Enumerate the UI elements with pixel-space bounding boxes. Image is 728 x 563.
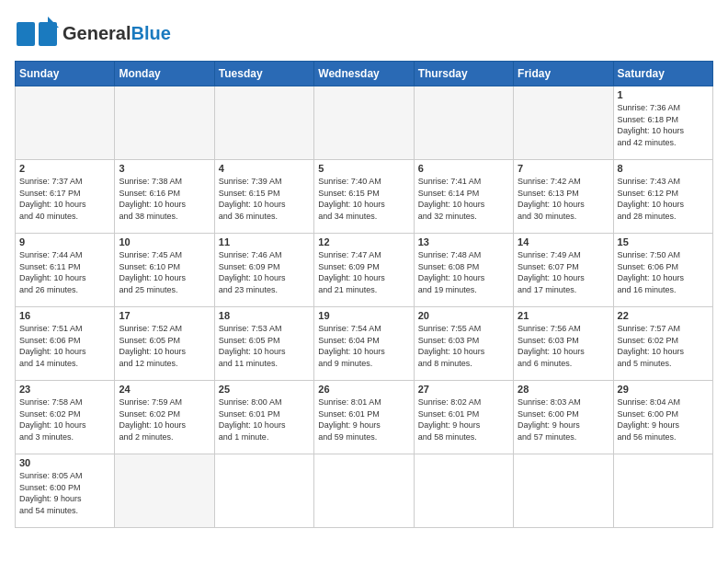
day-info: Sunrise: 7:59 AM Sunset: 6:02 PM Dayligh… (119, 396, 210, 442)
weekday-header-thursday: Thursday (414, 62, 513, 86)
day-number: 18 (219, 310, 310, 321)
day-info: Sunrise: 7:41 AM Sunset: 6:14 PM Dayligh… (418, 176, 509, 222)
calendar-cell: 28Sunrise: 8:03 AM Sunset: 6:00 PM Dayli… (514, 381, 613, 454)
day-info: Sunrise: 7:45 AM Sunset: 6:10 PM Dayligh… (119, 249, 210, 295)
calendar-row: 9Sunrise: 7:44 AM Sunset: 6:11 PM Daylig… (16, 234, 713, 307)
calendar-cell: 22Sunrise: 7:57 AM Sunset: 6:02 PM Dayli… (613, 307, 712, 381)
day-info: Sunrise: 7:44 AM Sunset: 6:11 PM Dayligh… (19, 249, 110, 295)
day-number: 30 (19, 457, 110, 468)
calendar-cell: 23Sunrise: 7:58 AM Sunset: 6:02 PM Dayli… (16, 381, 115, 454)
calendar-cell (214, 86, 313, 160)
day-info: Sunrise: 7:37 AM Sunset: 6:17 PM Dayligh… (19, 176, 110, 222)
day-number: 5 (318, 163, 409, 174)
day-info: Sunrise: 7:38 AM Sunset: 6:16 PM Dayligh… (119, 176, 210, 222)
calendar-cell: 24Sunrise: 7:59 AM Sunset: 6:02 PM Dayli… (115, 381, 214, 454)
calendar-cell: 27Sunrise: 8:02 AM Sunset: 6:01 PM Dayli… (414, 381, 513, 454)
calendar-cell: 30Sunrise: 8:05 AM Sunset: 6:00 PM Dayli… (16, 454, 115, 528)
day-info: Sunrise: 8:04 AM Sunset: 6:00 PM Dayligh… (618, 396, 709, 442)
weekday-header-tuesday: Tuesday (214, 62, 313, 86)
svg-rect-0 (17, 22, 35, 46)
calendar-cell: 12Sunrise: 7:47 AM Sunset: 6:09 PM Dayli… (314, 234, 414, 307)
day-info: Sunrise: 7:46 AM Sunset: 6:09 PM Dayligh… (219, 249, 310, 295)
day-number: 29 (618, 384, 709, 395)
day-number: 13 (418, 236, 509, 247)
calendar-cell: 1Sunrise: 7:36 AM Sunset: 6:18 PM Daylig… (613, 86, 712, 160)
day-number: 25 (219, 384, 310, 395)
day-info: Sunrise: 7:53 AM Sunset: 6:05 PM Dayligh… (219, 323, 310, 369)
calendar-cell: 14Sunrise: 7:49 AM Sunset: 6:07 PM Dayli… (514, 234, 613, 307)
calendar-cell: 25Sunrise: 8:00 AM Sunset: 6:01 PM Dayli… (214, 381, 313, 454)
calendar-cell: 26Sunrise: 8:01 AM Sunset: 6:01 PM Dayli… (314, 381, 414, 454)
day-number: 1 (618, 89, 709, 100)
logo: GeneralBlue (15, 15, 171, 52)
day-info: Sunrise: 7:40 AM Sunset: 6:15 PM Dayligh… (318, 176, 409, 222)
calendar-cell: 20Sunrise: 7:55 AM Sunset: 6:03 PM Dayli… (414, 307, 513, 381)
day-number: 4 (219, 163, 310, 174)
day-number: 9 (19, 236, 110, 247)
day-info: Sunrise: 7:49 AM Sunset: 6:07 PM Dayligh… (518, 249, 609, 295)
calendar-table: SundayMondayTuesdayWednesdayThursdayFrid… (15, 61, 713, 528)
calendar-row: 1Sunrise: 7:36 AM Sunset: 6:18 PM Daylig… (16, 86, 713, 160)
day-info: Sunrise: 7:57 AM Sunset: 6:02 PM Dayligh… (618, 323, 709, 369)
logo-text: GeneralBlue (63, 23, 171, 43)
calendar-cell (514, 454, 613, 528)
weekday-header-monday: Monday (115, 62, 214, 86)
day-number: 14 (518, 236, 609, 247)
calendar-cell: 4Sunrise: 7:39 AM Sunset: 6:15 PM Daylig… (214, 160, 313, 234)
day-number: 27 (418, 384, 509, 395)
calendar-cell (115, 86, 214, 160)
day-number: 16 (19, 310, 110, 321)
day-number: 19 (318, 310, 409, 321)
calendar-cell (314, 86, 414, 160)
day-info: Sunrise: 8:03 AM Sunset: 6:00 PM Dayligh… (518, 396, 609, 442)
calendar-cell: 13Sunrise: 7:48 AM Sunset: 6:08 PM Dayli… (414, 234, 513, 307)
svg-marker-3 (48, 17, 59, 28)
weekday-header-friday: Friday (514, 62, 613, 86)
day-info: Sunrise: 8:02 AM Sunset: 6:01 PM Dayligh… (418, 396, 509, 442)
calendar-row: 16Sunrise: 7:51 AM Sunset: 6:06 PM Dayli… (16, 307, 713, 381)
weekday-header-sunday: Sunday (16, 62, 115, 86)
day-number: 12 (318, 236, 409, 247)
day-number: 26 (318, 384, 409, 395)
day-info: Sunrise: 7:51 AM Sunset: 6:06 PM Dayligh… (19, 323, 110, 369)
day-info: Sunrise: 7:48 AM Sunset: 6:08 PM Dayligh… (418, 249, 509, 295)
calendar-row: 23Sunrise: 7:58 AM Sunset: 6:02 PM Dayli… (16, 381, 713, 454)
day-info: Sunrise: 8:00 AM Sunset: 6:01 PM Dayligh… (219, 396, 310, 442)
day-number: 21 (518, 310, 609, 321)
day-number: 6 (418, 163, 509, 174)
logo-icon (15, 15, 59, 52)
calendar-cell: 10Sunrise: 7:45 AM Sunset: 6:10 PM Dayli… (115, 234, 214, 307)
calendar-cell (214, 454, 313, 528)
day-info: Sunrise: 7:42 AM Sunset: 6:13 PM Dayligh… (518, 176, 609, 222)
day-info: Sunrise: 7:36 AM Sunset: 6:18 PM Dayligh… (618, 102, 709, 148)
calendar-row: 30Sunrise: 8:05 AM Sunset: 6:00 PM Dayli… (16, 454, 713, 528)
day-info: Sunrise: 7:55 AM Sunset: 6:03 PM Dayligh… (418, 323, 509, 369)
day-number: 3 (119, 163, 210, 174)
weekday-header-row: SundayMondayTuesdayWednesdayThursdayFrid… (16, 62, 713, 86)
day-info: Sunrise: 7:50 AM Sunset: 6:06 PM Dayligh… (618, 249, 709, 295)
day-number: 24 (119, 384, 210, 395)
calendar-cell: 7Sunrise: 7:42 AM Sunset: 6:13 PM Daylig… (514, 160, 613, 234)
day-number: 2 (19, 163, 110, 174)
calendar-cell: 18Sunrise: 7:53 AM Sunset: 6:05 PM Dayli… (214, 307, 313, 381)
day-number: 20 (418, 310, 509, 321)
calendar-cell (414, 86, 513, 160)
day-number: 8 (618, 163, 709, 174)
calendar-cell (115, 454, 214, 528)
calendar-cell (414, 454, 513, 528)
day-number: 15 (618, 236, 709, 247)
day-number: 23 (19, 384, 110, 395)
day-number: 10 (119, 236, 210, 247)
day-info: Sunrise: 7:54 AM Sunset: 6:04 PM Dayligh… (318, 323, 409, 369)
calendar-row: 2Sunrise: 7:37 AM Sunset: 6:17 PM Daylig… (16, 160, 713, 234)
weekday-header-wednesday: Wednesday (314, 62, 414, 86)
day-info: Sunrise: 8:01 AM Sunset: 6:01 PM Dayligh… (318, 396, 409, 442)
calendar-cell (613, 454, 712, 528)
weekday-header-saturday: Saturday (613, 62, 712, 86)
day-number: 7 (518, 163, 609, 174)
calendar-cell: 16Sunrise: 7:51 AM Sunset: 6:06 PM Dayli… (16, 307, 115, 381)
calendar-cell: 9Sunrise: 7:44 AM Sunset: 6:11 PM Daylig… (16, 234, 115, 307)
calendar-cell: 15Sunrise: 7:50 AM Sunset: 6:06 PM Dayli… (613, 234, 712, 307)
day-info: Sunrise: 7:39 AM Sunset: 6:15 PM Dayligh… (219, 176, 310, 222)
day-number: 11 (219, 236, 310, 247)
